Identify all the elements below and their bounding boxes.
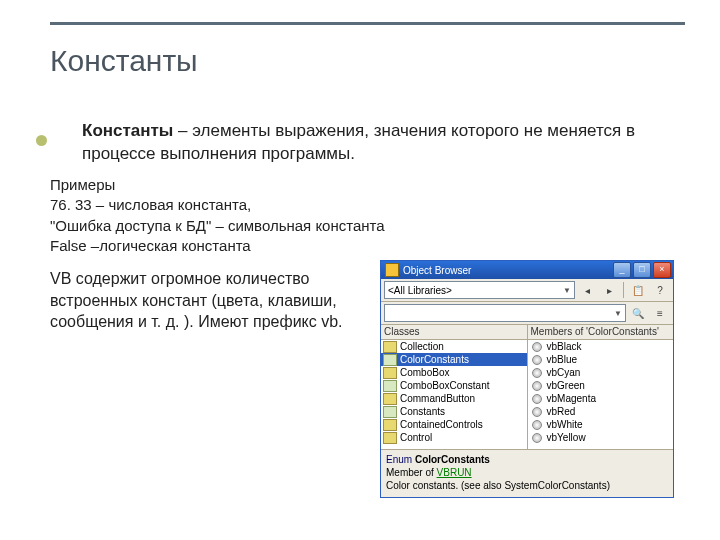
bullet-icon [36, 135, 47, 146]
class-item[interactable]: Collection [381, 340, 527, 353]
minimize-button[interactable]: _ [613, 262, 631, 278]
member-item-label: vbRed [547, 406, 576, 417]
definition-term: Константы [82, 121, 173, 140]
classes-pane: Classes CollectionColorConstantsComboBox… [381, 325, 528, 449]
constant-icon [532, 394, 542, 404]
window-titlebar[interactable]: Object Browser _ □ × [381, 261, 673, 279]
member-item-label: vbYellow [547, 432, 586, 443]
member-item[interactable]: vbYellow [528, 431, 674, 444]
constant-icon [532, 368, 542, 378]
classes-header: Classes [381, 325, 527, 340]
copy-button[interactable]: 📋 [628, 280, 648, 300]
detail-description: Color constants. (see also SystemColorCo… [386, 479, 668, 492]
object-browser-window: Object Browser _ □ × <All Libraries> ▼ ◂… [380, 260, 674, 498]
toolbar: <All Libraries> ▼ ◂ ▸ 📋 ? [381, 279, 673, 302]
member-item-label: vbWhite [547, 419, 583, 430]
constant-icon [532, 381, 542, 391]
class-item-label: ComboBoxConstant [400, 380, 490, 391]
library-dropdown[interactable]: <All Libraries> ▼ [384, 281, 575, 299]
search-button[interactable]: 🔍 [628, 303, 648, 323]
definition-text: Константы – элементы выражения, значения… [82, 120, 670, 166]
view-definition-button[interactable]: ? [650, 280, 670, 300]
back-button[interactable]: ◂ [577, 280, 597, 300]
member-item-label: vbCyan [547, 367, 581, 378]
member-item[interactable]: vbWhite [528, 418, 674, 431]
class-icon [383, 432, 397, 444]
page-title: Константы [50, 44, 198, 78]
class-icon [383, 341, 397, 353]
forward-button[interactable]: ▸ [599, 280, 619, 300]
enum-icon [383, 380, 397, 392]
member-item-label: vbBlack [547, 341, 582, 352]
constant-icon [532, 420, 542, 430]
member-item-label: vbGreen [547, 380, 585, 391]
enum-icon [383, 354, 397, 366]
vb-paragraph: VB содержит огромное количество встроенн… [50, 268, 360, 333]
class-item-label: Control [400, 432, 432, 443]
app-icon [385, 263, 399, 277]
class-icon [383, 393, 397, 405]
member-item[interactable]: vbMagenta [528, 392, 674, 405]
browser-panes: Classes CollectionColorConstantsComboBox… [381, 325, 673, 450]
class-item-label: ColorConstants [400, 354, 469, 365]
class-item[interactable]: ComboBox [381, 366, 527, 379]
member-item[interactable]: vbBlue [528, 353, 674, 366]
maximize-button[interactable]: □ [633, 262, 651, 278]
window-title: Object Browser [403, 265, 613, 276]
classes-list[interactable]: CollectionColorConstantsComboBoxComboBox… [381, 340, 527, 449]
search-input[interactable]: ▼ [384, 304, 626, 322]
chevron-down-icon: ▼ [614, 309, 622, 318]
example-boolean: False –логическая константа [50, 236, 385, 256]
detail-name: ColorConstants [415, 454, 490, 465]
member-item[interactable]: vbGreen [528, 379, 674, 392]
class-item-label: CommandButton [400, 393, 475, 404]
class-item-label: Constants [400, 406, 445, 417]
member-item[interactable]: vbCyan [528, 366, 674, 379]
examples-heading: Примеры [50, 175, 385, 195]
class-item[interactable]: CommandButton [381, 392, 527, 405]
header-rule [50, 22, 685, 25]
constant-icon [532, 407, 542, 417]
constant-icon [532, 355, 542, 365]
member-item[interactable]: vbBlack [528, 340, 674, 353]
close-button[interactable]: × [653, 262, 671, 278]
constant-icon [532, 433, 542, 443]
class-item-label: ComboBox [400, 367, 449, 378]
detail-library-link[interactable]: VBRUN [437, 467, 472, 478]
show-search-results-button[interactable]: ≡ [650, 303, 670, 323]
members-list[interactable]: vbBlackvbBluevbCyanvbGreenvbMagentavbRed… [528, 340, 674, 449]
detail-member-of-label: Member of [386, 467, 437, 478]
chevron-down-icon: ▼ [563, 286, 571, 295]
enum-icon [383, 406, 397, 418]
members-header: Members of 'ColorConstants' [528, 325, 674, 340]
member-item-label: vbMagenta [547, 393, 596, 404]
constant-icon [532, 342, 542, 352]
example-numeric: 76. 33 – числовая константа, [50, 195, 385, 215]
member-item[interactable]: vbRed [528, 405, 674, 418]
members-pane: Members of 'ColorConstants' vbBlackvbBlu… [528, 325, 674, 449]
library-selected: <All Libraries> [388, 285, 452, 296]
toolbar-separator [623, 282, 624, 298]
detail-pane: Enum ColorConstants Member of VBRUN Colo… [381, 450, 673, 497]
detail-keyword: Enum [386, 454, 412, 465]
class-item[interactable]: ComboBoxConstant [381, 379, 527, 392]
search-toolbar: ▼ 🔍 ≡ [381, 302, 673, 325]
class-icon [383, 367, 397, 379]
class-item[interactable]: ContainedControls [381, 418, 527, 431]
class-item[interactable]: Control [381, 431, 527, 444]
examples-block: Примеры 76. 33 – числовая константа, "Ош… [50, 175, 385, 256]
member-item-label: vbBlue [547, 354, 578, 365]
class-item-label: ContainedControls [400, 419, 483, 430]
class-icon [383, 419, 397, 431]
class-item[interactable]: ColorConstants [381, 353, 527, 366]
example-string: "Ошибка доступа к БД" – символьная конст… [50, 216, 385, 236]
class-item[interactable]: Constants [381, 405, 527, 418]
class-item-label: Collection [400, 341, 444, 352]
